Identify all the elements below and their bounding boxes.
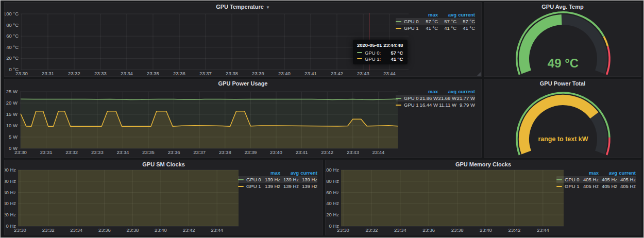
panel-gpu-power-total: GPU Power Total range to text kW [484,79,641,158]
y-axis-label: 80 Hz [326,178,339,184]
x-axis-label: 23:34 [394,227,406,233]
y-axis-label: 10 W [6,123,18,128]
legend-stat-value: 405 Hz [599,176,617,183]
panel-title-gpu-power-total[interactable]: GPU Power Total [484,79,641,88]
x-axis-label: 23:44 [383,71,396,76]
legend-stat-value: 16.44 W [419,101,438,108]
x-axis-label: 23:33 [94,71,107,76]
series-swatch [396,21,401,22]
series-swatch [556,186,562,187]
x-axis-label: 23:34 [117,149,129,155]
x-axis-label: 23:43 [347,149,359,155]
panel-gpu-temperature: GPU Temperature▼ 0 °C20 °C40 °C60 °C80 °… [4,2,482,77]
panel-title-gpu-avg-temp[interactable]: GPU Avg. Temp [484,3,641,11]
x-axis-label: 23:40 [278,71,291,76]
panel-title-text: GPU SM Clocks [142,161,185,167]
legend-stat-value: 21.86 W [419,95,438,101]
legend-column-header: current [456,88,475,95]
panel-gpu-avg-temp: GPU Avg. Temp 49 °C [484,2,641,77]
x-axis-label: 23:38 [226,71,238,76]
x-axis-label: 23:34 [70,227,82,233]
legend-series-toggle[interactable]: GPU 0 [238,176,262,183]
x-axis-label: 23:34 [121,71,133,76]
panel-title-gpu-temperature[interactable]: GPU Temperature▼ [5,3,481,11]
y-axis-label: 80 Hz [5,178,16,184]
x-axis-label: 23:36 [168,149,180,155]
legend-series-toggle[interactable]: GPU 1 [556,183,580,190]
legend-stat-value: 405 Hz [599,183,617,190]
legend-header: maxavgcurrent [396,11,475,18]
x-axis-label: 23:42 [509,227,521,233]
series-area-gpu-1 [341,160,564,226]
y-axis-label: 60 Hz [5,190,16,195]
x-axis-label: 23:42 [331,71,343,76]
x-axis-label: 23:40 [480,227,492,233]
legend-column-header: current [299,169,317,176]
y-axis-label: 20 W [6,100,18,106]
legend-gpu-sm-clocks: maxavgcurrentGPU 0139 Hz139 Hz139 HzGPU … [238,169,317,190]
legend-stat-value: 9.79 W [456,101,475,108]
x-axis-label: 23:36 [98,227,111,233]
legend-series-toggle[interactable]: GPU 0 [556,176,580,183]
legend-gpu-power-usage: maxavgcurrentGPU 021.86 W21.68 W21.77 WG… [396,88,475,108]
legend-stat-value: 21.68 W [438,95,456,101]
y-axis-label: 20 °C [6,55,19,61]
legend-stat-value: 41 °C [419,25,438,31]
x-axis-label: 23:36 [422,227,435,233]
panel-resize-handle[interactable] [477,72,481,76]
y-axis-label: 80 °C [6,22,19,28]
x-axis-label: 23:32 [366,227,378,233]
x-axis-label: 23:38 [219,149,231,155]
legend-column-header: avg [438,11,456,18]
legend-column-header: current [456,11,475,18]
x-axis-label: 23:30 [337,227,349,233]
legend-series-toggle[interactable]: GPU 1 [396,25,419,31]
legend-row: GPU 1405 Hz405 Hz405 Hz [556,183,636,190]
x-axis-label: 23:44 [372,149,385,155]
legend-series-toggle[interactable]: GPU 0 [396,18,419,25]
x-axis-label: 23:39 [252,71,264,76]
y-axis-label: 100 °C [5,11,19,16]
panel-title-gpu-power-usage[interactable]: GPU Power Usage [5,79,481,88]
legend-series-toggle[interactable]: GPU 1 [238,183,262,190]
x-axis-label: 23:31 [42,71,54,76]
legend-column-header: current [617,169,636,176]
panel-title-text: GPU Power Usage [218,80,268,87]
gauge-value-arc [524,100,595,152]
panel-gpu-memory-clocks: GPU Memory Clocks 0 Hz20 Hz40 Hz60 Hz80 … [325,160,641,235]
gpu-avg-temp-gauge: 49 °C [484,3,642,77]
panel-title-text: GPU Power Total [540,80,585,87]
legend-series-toggle[interactable]: GPU 0 [396,95,419,101]
x-axis-label: 23:41 [304,71,317,76]
legend-stat-value: 57 °C [438,18,456,25]
chevron-down-icon: ▼ [266,5,270,10]
tooltip-row: GPU 0: 57 °C [357,49,403,56]
legend-series-toggle[interactable]: GPU 1 [396,101,419,108]
series-swatch [357,58,362,59]
legend-row: GPU 1139 Hz139 Hz139 Hz [238,183,317,190]
legend-stat-value: 57 °C [419,18,438,25]
series-swatch [238,186,244,187]
x-axis-label: 23:30 [14,227,26,233]
panel-title-gpu-sm-clocks[interactable]: GPU SM Clocks [5,160,323,168]
x-axis-label: 23:30 [15,71,28,76]
legend-column-header: max [419,88,438,95]
legend-stat-value: 21.77 W [456,95,475,101]
legend-stat-value: 139 Hz [262,176,280,183]
panel-title-text: GPU Temperature [216,4,264,10]
y-axis-label: 20 Hz [5,212,16,217]
legend-stat-value: 41 °C [456,25,475,31]
x-axis-label: 23:32 [65,149,78,155]
x-axis-label: 23:36 [173,71,185,76]
legend-row: GPU 021.86 W21.68 W21.77 W [396,95,475,101]
y-axis-label: 40 Hz [326,200,339,206]
y-axis-label: 60 °C [6,33,19,39]
series-swatch [396,98,401,99]
legend-column-header: max [580,169,599,176]
panel-title-gpu-memory-clocks[interactable]: GPU Memory Clocks [326,160,641,168]
x-axis-label: 23:32 [68,71,80,76]
x-axis-label: 23:40 [270,149,282,155]
y-axis-label: 40 °C [6,44,19,50]
legend-stat-value: 405 Hz [617,176,636,183]
x-axis-label: 23:44 [537,227,549,233]
